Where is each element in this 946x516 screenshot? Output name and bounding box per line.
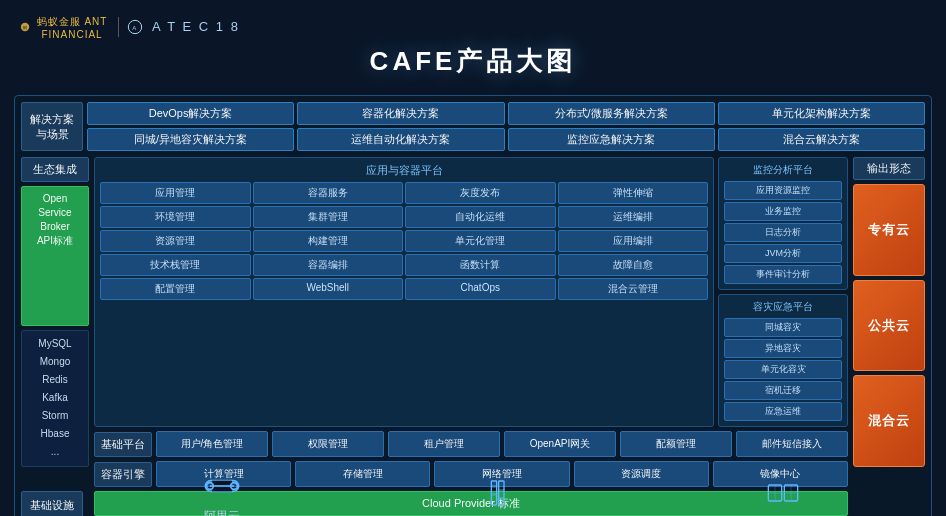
app-cell: 技术栈管理 <box>100 254 251 276</box>
monitor-item: 日志分析 <box>724 223 842 242</box>
solution-microservice: 分布式/微服务解决方案 <box>508 102 715 125</box>
disaster-item: 宿机迁移 <box>724 381 842 400</box>
virtual-icon <box>763 479 803 511</box>
solution-devops: DevOps解决方案 <box>87 102 294 125</box>
app-cell: 弹性伸缩 <box>558 182 709 204</box>
svg-rect-13 <box>491 493 496 496</box>
disaster-item: 应急运维 <box>724 402 842 421</box>
solution-monitor: 监控应急解决方案 <box>508 128 715 151</box>
logo-bar: 蚂 蚂蚁金服 ANT FINANCIAL A A T E C 1 8 <box>0 12 946 42</box>
ecosystem-label: 生态集成 <box>21 157 89 182</box>
left-sidebar: 生态集成 OpenServiceBrokerAPI标准 MySQLMongoRe… <box>21 157 89 467</box>
foundation-item-quota: 配额管理 <box>620 431 732 457</box>
app-cell: WebShell <box>253 278 404 300</box>
atec-logo: A A T E C 1 8 <box>127 19 240 36</box>
app-grid: 应用管理 容器服务 灰度发布 弹性伸缩 环境管理 集群管理 自动化运维 运维编排… <box>100 182 708 300</box>
svg-rect-14 <box>499 497 504 500</box>
monitor-item: JVM分析 <box>724 244 842 263</box>
disaster-items: 同城容灾 异地容灾 单元化容灾 宿机迁移 应急运维 <box>724 318 842 421</box>
foundation-item-perm: 权限管理 <box>272 431 384 457</box>
foundation-row: 基础平台 用户/角色管理 权限管理 租户管理 OpenAPI网关 配额管理 邮件… <box>94 431 848 457</box>
app-cell: 配置管理 <box>100 278 251 300</box>
disaster-title: 容灾应急平台 <box>724 300 842 314</box>
disaster-item: 异地容灾 <box>724 339 842 358</box>
infra-providers: 阿里云 aliyun.com <box>88 472 925 516</box>
solution-container: 容器化解决方案 <box>297 102 504 125</box>
app-cell: ChatOps <box>405 278 556 300</box>
foundation-item-msg: 邮件短信接入 <box>736 431 848 457</box>
app-cell: 应用编排 <box>558 230 709 252</box>
solution-unit: 单元化架构解决方案 <box>718 102 925 125</box>
solutions-row-1: DevOps解决方案 容器化解决方案 分布式/微服务解决方案 单元化架构解决方案 <box>87 102 925 125</box>
foundation-item-api: OpenAPI网关 <box>504 431 616 457</box>
svg-rect-12 <box>499 489 504 492</box>
monitor-item: 业务监控 <box>724 202 842 221</box>
app-platform: 应用与容器平台 应用管理 容器服务 灰度发布 弹性伸缩 环境管理 集群管理 自动… <box>94 157 714 427</box>
virtual-provider: 虚拟化平台 <box>753 479 813 516</box>
app-cell: 资源管理 <box>100 230 251 252</box>
svg-rect-11 <box>491 485 496 488</box>
app-cell: 混合云管理 <box>558 278 709 300</box>
app-cell: 运维编排 <box>558 206 709 228</box>
ant-financial-logo: 蚂 蚂蚁金服 ANT FINANCIAL <box>20 16 110 38</box>
infra-label: 基础设施 <box>21 491 83 516</box>
page-header: 蚂 蚂蚁金服 ANT FINANCIAL A A T E C 1 8 CAFE产… <box>0 0 946 95</box>
page-title: CAFE产品大图 <box>0 44 946 79</box>
app-cell: 环境管理 <box>100 206 251 228</box>
monitor-item: 事件审计分析 <box>724 265 842 284</box>
svg-text:A: A <box>132 25 137 31</box>
foundation-item-tenant: 租户管理 <box>388 431 500 457</box>
app-platform-title: 应用与容器平台 <box>100 163 708 178</box>
app-cell: 容器编排 <box>253 254 404 276</box>
solution-ops: 运维自动化解决方案 <box>297 128 504 151</box>
physical-server-icon <box>478 479 518 511</box>
solution-hybrid: 混合云解决方案 <box>718 128 925 151</box>
physical-server-provider: 物理机集群 <box>468 479 528 516</box>
open-service-box: OpenServiceBrokerAPI标准 <box>21 186 89 326</box>
aliyun-icon <box>202 472 242 504</box>
app-cell: 构建管理 <box>253 230 404 252</box>
app-cell: 应用管理 <box>100 182 251 204</box>
output-panel: 输出形态 专有云 公共云 混合云 <box>853 157 925 467</box>
tech-stack: MySQLMongoRedisKafkaStormHbase... <box>21 330 89 468</box>
monitor-panel: 监控分析平台 应用资源监控 业务监控 日志分析 JVM分析 事件审计分析 <box>718 157 848 290</box>
center-area: 应用与容器平台 应用管理 容器服务 灰度发布 弹性伸缩 环境管理 集群管理 自动… <box>94 157 848 467</box>
main-content: 解决方案与场景 DevOps解决方案 容器化解决方案 分布式/微服务解决方案 单… <box>0 95 946 516</box>
foundation-items: 用户/角色管理 权限管理 租户管理 OpenAPI网关 配额管理 邮件短信接入 <box>156 431 848 457</box>
aliyun-name: 阿里云 <box>204 508 240 516</box>
disaster-item: 单元化容灾 <box>724 360 842 379</box>
platforms-row: 应用与容器平台 应用管理 容器服务 灰度发布 弹性伸缩 环境管理 集群管理 自动… <box>94 157 848 427</box>
monitor-item: 应用资源监控 <box>724 181 842 200</box>
monitor-title: 监控分析平台 <box>724 163 842 177</box>
solutions-items: DevOps解决方案 容器化解决方案 分布式/微服务解决方案 单元化架构解决方案… <box>87 102 925 151</box>
disaster-item: 同城容灾 <box>724 318 842 337</box>
app-cell: 集群管理 <box>253 206 404 228</box>
app-cell: 故障自愈 <box>558 254 709 276</box>
main-grid: 生态集成 OpenServiceBrokerAPI标准 MySQLMongoRe… <box>21 157 925 467</box>
public-cloud-button[interactable]: 公共云 <box>853 280 925 372</box>
monitor-items: 应用资源监控 业务监控 日志分析 JVM分析 事件审计分析 <box>724 181 842 284</box>
solutions-section: 解决方案与场景 DevOps解决方案 容器化解决方案 分布式/微服务解决方案 单… <box>21 102 925 151</box>
app-cell: 灰度发布 <box>405 182 556 204</box>
output-label: 输出形态 <box>853 157 925 180</box>
right-inner-panels: 监控分析平台 应用资源监控 业务监控 日志分析 JVM分析 事件审计分析 容灾应… <box>718 157 848 427</box>
logo-divider <box>118 17 119 37</box>
infrastructure-row: 基础设施 阿里云 aliyun.com <box>21 472 925 516</box>
foundation-item-user: 用户/角色管理 <box>156 431 268 457</box>
app-cell: 容器服务 <box>253 182 404 204</box>
svg-rect-10 <box>499 481 504 505</box>
app-cell: 函数计算 <box>405 254 556 276</box>
aliyun-provider: 阿里云 aliyun.com <box>200 472 243 516</box>
svg-text:蚂: 蚂 <box>23 25 27 30</box>
foundation-label: 基础平台 <box>94 432 152 457</box>
hybrid-cloud-button[interactable]: 混合云 <box>853 375 925 467</box>
app-cell: 自动化运维 <box>405 206 556 228</box>
solutions-label: 解决方案与场景 <box>21 102 83 151</box>
solutions-row-2: 同城/异地容灾解决方案 运维自动化解决方案 监控应急解决方案 混合云解决方案 <box>87 128 925 151</box>
disaster-panel: 容灾应急平台 同城容灾 异地容灾 单元化容灾 宿机迁移 应急运维 <box>718 294 848 427</box>
app-cell: 单元化管理 <box>405 230 556 252</box>
private-cloud-button[interactable]: 专有云 <box>853 184 925 276</box>
content-border: 解决方案与场景 DevOps解决方案 容器化解决方案 分布式/微服务解决方案 单… <box>14 95 932 516</box>
solution-disaster: 同城/异地容灾解决方案 <box>87 128 294 151</box>
